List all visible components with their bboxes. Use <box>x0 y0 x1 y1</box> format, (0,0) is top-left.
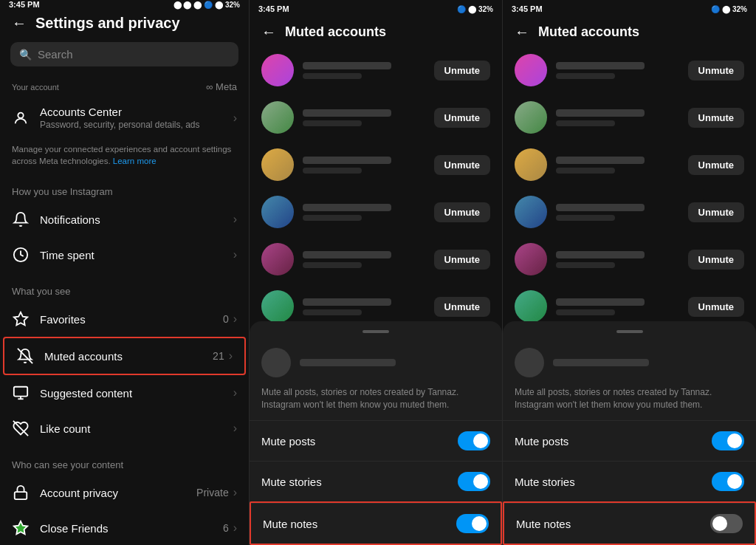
chevron-icon: › <box>233 521 237 535</box>
time-spent-item[interactable]: Time spent › <box>0 237 249 272</box>
mute-stories-label-3: Mute stories <box>515 476 575 488</box>
unmute-button[interactable]: Unmute <box>688 297 744 317</box>
mute-notes-label-3: Mute notes <box>516 518 571 530</box>
sheet-avatar <box>515 348 544 377</box>
status-bar-3: 3:45 PM 🔵 ⬤ 32% <box>503 0 756 18</box>
account-name-bar <box>556 298 645 306</box>
back-button-3[interactable]: ← <box>515 24 529 41</box>
account-name-bar <box>303 204 391 211</box>
search-icon: 🔍 <box>19 49 32 61</box>
muted-item: Unmute <box>250 94 502 141</box>
unmute-button[interactable]: Unmute <box>434 108 490 128</box>
unmute-button[interactable]: Unmute <box>688 155 744 175</box>
sheet-name-bar <box>300 359 396 366</box>
sheet-description-3: Mute all posts, stories or notes created… <box>503 386 756 420</box>
account-name-bar <box>303 251 391 258</box>
settings-header: ← Settings and privacy <box>0 9 249 38</box>
accounts-center-item[interactable]: Accounts Center Password, security, pers… <box>0 97 249 139</box>
mute-posts-row-3: Mute posts <box>503 420 756 461</box>
status-bar: 3:45 PM ⬤ ⬤ ⬤ 🔵 ⬤ 32% <box>0 0 249 9</box>
notifications-icon <box>12 210 30 228</box>
muted-title-3: Muted accounts <box>538 24 639 40</box>
mute-notes-label: Mute notes <box>263 518 317 530</box>
avatar <box>515 243 547 275</box>
time: 3:45 PM <box>9 0 40 9</box>
unmute-button[interactable]: Unmute <box>434 61 490 80</box>
account-handle-bar <box>303 120 362 126</box>
unmute-button[interactable]: Unmute <box>434 250 490 270</box>
chevron-icon: › <box>233 422 237 435</box>
toggle-thumb <box>472 516 487 531</box>
favorites-item[interactable]: Favorites 0 › <box>0 301 249 337</box>
time-2: 3:45 PM <box>258 4 289 13</box>
how-you-use-label: How you use Instagram <box>0 179 249 202</box>
mute-posts-toggle-3[interactable] <box>712 431 744 450</box>
unmute-button[interactable]: Unmute <box>688 108 744 128</box>
mute-stories-toggle[interactable] <box>458 472 490 491</box>
suggested-content-icon <box>12 384 30 402</box>
like-count-label: Like count <box>40 422 223 435</box>
account-privacy-icon <box>12 484 30 501</box>
muted-accounts-panel-2: 3:45 PM 🔵 ⬤ 32% ← Muted accounts Unmute … <box>250 0 503 545</box>
favorites-label: Favorites <box>40 313 213 326</box>
back-button[interactable]: ← <box>12 15 27 32</box>
chevron-icon: › <box>233 248 237 261</box>
svg-marker-9 <box>14 521 27 534</box>
mute-posts-label-3: Mute posts <box>515 435 568 448</box>
time-3: 3:45 PM <box>512 4 543 13</box>
mute-posts-row: Mute posts <box>250 420 502 461</box>
suggested-content-item[interactable]: Suggested content › <box>0 375 249 411</box>
svg-marker-2 <box>14 312 27 325</box>
muted-accounts-panel-3: 3:45 PM 🔵 ⬤ 32% ← Muted accounts Unmute … <box>503 0 756 545</box>
account-handle-bar <box>556 73 615 79</box>
who-can-see-label: Who can see your content <box>0 452 249 475</box>
account-handle-bar <box>303 73 362 79</box>
close-friends-label: Close Friends <box>40 522 213 535</box>
muted-item: Unmute <box>503 141 756 188</box>
avatar <box>261 290 294 323</box>
muted-item: Unmute <box>250 236 502 283</box>
sheet-handle <box>616 330 643 333</box>
muted-accounts-item[interactable]: Muted accounts 21 › <box>4 338 244 374</box>
unmute-button[interactable]: Unmute <box>688 61 744 80</box>
unmute-button[interactable]: Unmute <box>434 202 490 222</box>
what-you-see-label: What you see <box>0 278 249 301</box>
notifications-item[interactable]: Notifications › <box>0 202 249 237</box>
your-account-label: Your account <box>12 83 59 92</box>
unmute-button[interactable]: Unmute <box>688 202 744 222</box>
close-friends-item[interactable]: Close Friends 6 › <box>0 510 249 545</box>
muted-item: Unmute <box>503 236 756 283</box>
account-handle-bar <box>303 262 362 268</box>
muted-accounts-icon <box>16 347 34 365</box>
avatar <box>515 196 547 228</box>
avatar <box>261 196 294 228</box>
status-bar-2: 3:45 PM 🔵 ⬤ 32% <box>250 0 502 18</box>
learn-more-link[interactable]: Learn more <box>113 157 157 165</box>
toggle-thumb <box>727 474 742 489</box>
muted-accounts-label: Muted accounts <box>44 350 202 363</box>
avatar <box>515 290 547 323</box>
like-count-item[interactable]: Like count › <box>0 411 249 446</box>
sheet-handle <box>362 330 389 333</box>
mute-notes-toggle-3[interactable] <box>710 514 743 533</box>
account-privacy-item[interactable]: Account privacy Private › <box>0 475 249 510</box>
privacy-badge: Private <box>196 487 229 498</box>
account-name-bar <box>556 204 645 211</box>
chevron-icon: › <box>233 112 237 125</box>
muted-item: Unmute <box>503 188 756 236</box>
account-name-bar <box>556 62 645 69</box>
chevron-icon: › <box>233 386 237 400</box>
mute-posts-toggle[interactable] <box>458 431 490 450</box>
toggle-thumb <box>473 474 488 489</box>
unmute-button[interactable]: Unmute <box>434 155 490 175</box>
back-button-2[interactable]: ← <box>261 24 276 41</box>
mute-notes-toggle[interactable] <box>456 514 489 533</box>
mute-stories-label: Mute stories <box>261 476 322 488</box>
mute-stories-toggle-3[interactable] <box>712 472 744 491</box>
search-bar[interactable]: 🔍 Search <box>10 42 238 66</box>
unmute-button[interactable]: Unmute <box>434 297 490 317</box>
muted-item: Unmute <box>250 188 502 236</box>
account-handle-bar <box>556 120 615 126</box>
unmute-button[interactable]: Unmute <box>688 250 744 270</box>
avatar <box>515 148 547 181</box>
